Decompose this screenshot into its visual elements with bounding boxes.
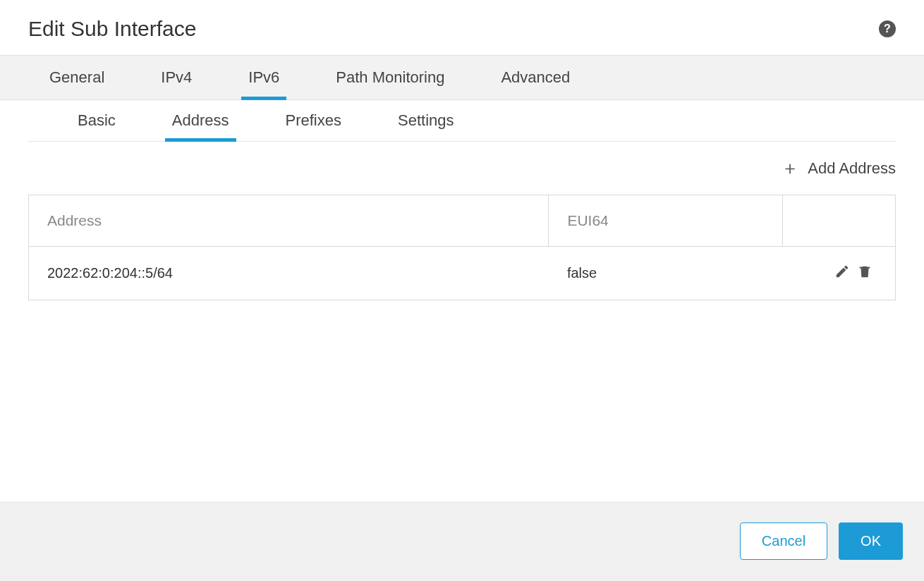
add-address-label: Add Address <box>808 159 896 178</box>
cell-eui64: false <box>549 247 783 300</box>
add-address-button[interactable]: ＋ Add Address <box>781 156 896 181</box>
tab-ipv4[interactable]: IPv4 <box>154 56 199 99</box>
ok-button[interactable]: OK <box>839 522 903 560</box>
tab-advanced[interactable]: Advanced <box>494 56 577 99</box>
sub-tabs: Basic Address Prefixes Settings <box>28 100 896 142</box>
cell-actions <box>783 247 896 300</box>
dialog-footer: Cancel OK <box>0 501 924 581</box>
add-row: ＋ Add Address <box>28 142 896 195</box>
help-icon[interactable]: ? <box>879 20 896 37</box>
header-address: Address <box>29 195 549 247</box>
header-actions <box>783 195 896 247</box>
subtab-address[interactable]: Address <box>165 100 236 141</box>
subtab-basic[interactable]: Basic <box>71 100 123 141</box>
table-header-row: Address EUI64 <box>29 195 896 247</box>
tab-general[interactable]: General <box>42 56 111 99</box>
delete-icon[interactable] <box>857 264 873 279</box>
dialog-title: Edit Sub Interface <box>28 17 196 41</box>
content-area: ＋ Add Address Address EUI64 2022:62:0:20… <box>0 142 924 300</box>
dialog-header: Edit Sub Interface ? <box>0 0 924 55</box>
subtab-prefixes[interactable]: Prefixes <box>279 100 348 141</box>
cancel-button[interactable]: Cancel <box>740 522 827 560</box>
subtab-settings[interactable]: Settings <box>391 100 461 141</box>
main-tabs: General IPv4 IPv6 Path Monitoring Advanc… <box>0 55 924 100</box>
tab-path-monitoring[interactable]: Path Monitoring <box>329 56 451 99</box>
table-row: 2022:62:0:204::5/64 false <box>29 247 896 300</box>
header-eui64: EUI64 <box>549 195 783 247</box>
edit-icon[interactable] <box>834 264 850 279</box>
row-actions <box>834 264 873 279</box>
plus-icon: ＋ <box>781 156 799 181</box>
cell-address: 2022:62:0:204::5/64 <box>29 247 549 300</box>
address-table: Address EUI64 2022:62:0:204::5/64 false <box>28 195 896 300</box>
tab-ipv6[interactable]: IPv6 <box>241 56 286 99</box>
